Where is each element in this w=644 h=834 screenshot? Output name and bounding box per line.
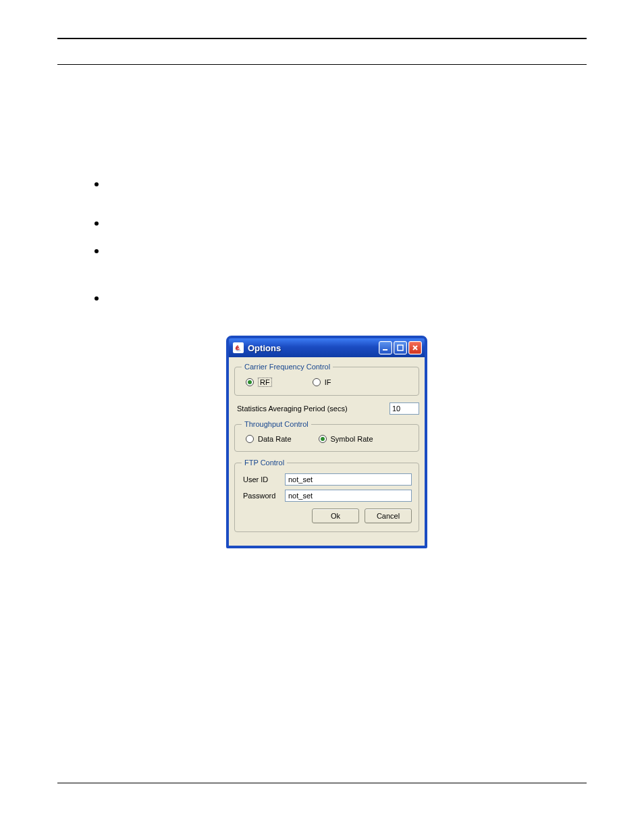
bullet-icon — [95, 182, 99, 186]
user-id-input[interactable] — [285, 473, 412, 486]
svg-rect-1 — [398, 345, 403, 350]
titlebar[interactable]: Options — [229, 338, 425, 357]
bullet-icon — [95, 221, 99, 226]
radio-icon — [313, 378, 321, 386]
carrier-frequency-group: Carrier Frequency Control RF IF — [234, 363, 419, 396]
rf-radio-label: RF — [258, 377, 272, 387]
rf-radio[interactable]: RF — [246, 377, 272, 387]
ftp-control-group: FTP Control User ID Password Ok Cancel — [234, 459, 419, 532]
ftp-control-legend: FTP Control — [242, 459, 287, 467]
ok-button[interactable]: Ok — [312, 509, 359, 523]
dialog-title: Options — [248, 343, 379, 353]
svg-rect-0 — [383, 349, 387, 350]
stats-period-label: Statistics Averaging Period (secs) — [237, 405, 348, 413]
dialog-body: Carrier Frequency Control RF IF Statisti… — [229, 357, 425, 546]
radio-icon — [319, 435, 327, 443]
cancel-button[interactable]: Cancel — [365, 509, 412, 523]
java-app-icon — [233, 342, 244, 353]
symbol-rate-radio[interactable]: Symbol Rate — [319, 435, 373, 443]
page-divider-top-thick — [57, 38, 587, 39]
data-rate-radio-label: Data Rate — [258, 435, 292, 443]
page-divider-bottom — [57, 783, 587, 783]
maximize-button[interactable] — [394, 341, 407, 355]
page-divider-top-thin — [57, 64, 587, 65]
data-rate-radio[interactable]: Data Rate — [246, 435, 292, 443]
options-dialog: Options Carrier Frequency Control RF — [226, 336, 427, 548]
if-radio-label: IF — [325, 378, 331, 386]
stats-period-input[interactable] — [390, 402, 419, 415]
close-button[interactable] — [408, 341, 422, 355]
throughput-group: Throughput Control Data Rate Symbol Rate — [234, 420, 419, 452]
password-input[interactable] — [285, 490, 412, 502]
user-id-label: User ID — [243, 475, 279, 484]
minimize-button[interactable] — [379, 341, 392, 355]
throughput-legend: Throughput Control — [242, 420, 311, 428]
carrier-frequency-legend: Carrier Frequency Control — [242, 363, 333, 371]
if-radio[interactable]: IF — [313, 378, 331, 386]
symbol-rate-radio-label: Symbol Rate — [331, 435, 373, 443]
bullet-icon — [95, 249, 99, 253]
password-label: Password — [243, 492, 279, 500]
radio-icon — [246, 378, 254, 386]
bullet-icon — [95, 296, 99, 301]
radio-icon — [246, 435, 254, 443]
